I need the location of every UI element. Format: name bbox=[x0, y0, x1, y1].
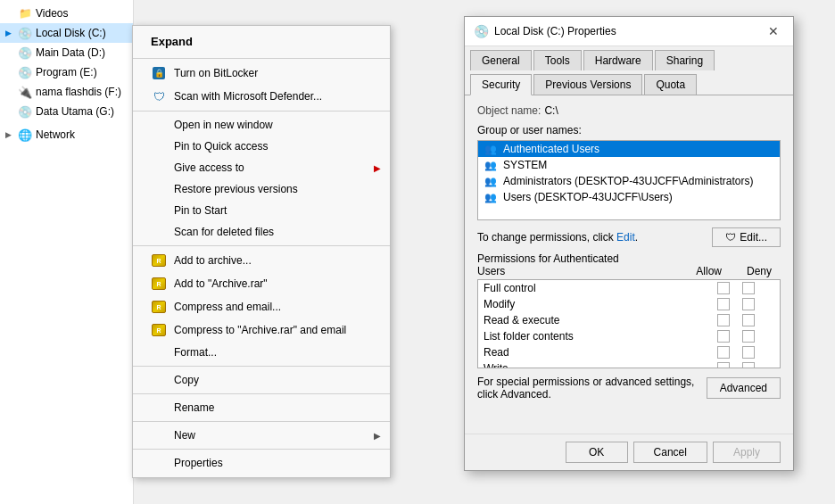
rar-icon-3: R bbox=[151, 300, 167, 314]
user-icon: 👥 bbox=[484, 191, 498, 203]
bitlocker-icon: 🔒 bbox=[151, 66, 167, 80]
menu-item-rename[interactable]: Rename bbox=[133, 397, 390, 418]
defender-icon: 🛡 bbox=[151, 89, 167, 103]
menu-item-add-archive-rar[interactable]: R Add to "Archive.rar" bbox=[133, 272, 390, 295]
drive-icon: 💿 bbox=[18, 104, 32, 119]
tab-sharing[interactable]: Sharing bbox=[655, 50, 715, 70]
allow-check bbox=[717, 314, 730, 326]
network-icon: 🌐 bbox=[18, 128, 32, 142]
menu-item-restore-prev[interactable]: Restore previous versions bbox=[133, 178, 390, 200]
user-item-label: SYSTEM bbox=[503, 159, 547, 171]
edit-link[interactable]: Edit bbox=[616, 231, 635, 244]
menu-item-label: Rename bbox=[174, 401, 214, 414]
menu-item-copy[interactable]: Copy bbox=[133, 369, 390, 391]
deny-check bbox=[742, 298, 755, 310]
sidebar-item-label: Network bbox=[36, 128, 75, 141]
dialog-titlebar: 💿 Local Disk (C:) Properties ✕ bbox=[465, 17, 793, 46]
drive-icon: 💿 bbox=[18, 65, 32, 79]
menu-item-bitlocker[interactable]: 🔒 Turn on BitLocker bbox=[133, 62, 390, 85]
sidebar-item-network[interactable]: ▶ 🌐 Network bbox=[0, 125, 133, 145]
sidebar-item-label: Local Disk (C:) bbox=[36, 27, 106, 39]
menu-item-label: New bbox=[174, 429, 195, 442]
ok-button[interactable]: OK bbox=[566, 442, 628, 463]
group-label: Group or user names: bbox=[477, 124, 781, 136]
allow-check bbox=[717, 346, 730, 359]
menu-item-compress-rar-email[interactable]: R Compress to "Archive.rar" and email bbox=[133, 318, 390, 342]
menu-item-format[interactable]: Format... bbox=[133, 342, 390, 363]
menu-item-properties[interactable]: Properties bbox=[133, 452, 390, 474]
deny-check bbox=[742, 314, 755, 326]
menu-item-label: Format... bbox=[174, 346, 217, 359]
menu-item-open-new-window[interactable]: Open in new window bbox=[133, 114, 390, 136]
tab-tools[interactable]: Tools bbox=[533, 50, 582, 70]
tab-hardware[interactable]: Hardware bbox=[583, 50, 653, 70]
allow-check bbox=[717, 298, 730, 310]
user-item-label: Users (DESKTOP-43UJCFF\Users) bbox=[503, 191, 673, 203]
tab-previous-versions[interactable]: Previous Versions bbox=[533, 74, 642, 95]
dialog-close-button[interactable]: ✕ bbox=[763, 22, 784, 40]
tab-security[interactable]: Security bbox=[470, 74, 532, 95]
separator-3 bbox=[133, 245, 390, 246]
object-name-row: Object name: C:\ bbox=[477, 104, 781, 117]
allow-check bbox=[717, 282, 730, 294]
sidebar-item-data-utama-g[interactable]: 💿 Data Utama (G:) bbox=[0, 102, 133, 121]
perm-row-modify: Modify bbox=[478, 296, 780, 312]
change-perm-text: To change permissions, click Edit. bbox=[477, 231, 638, 244]
sidebar-item-flashdis-f[interactable]: 🔌 nama flashdis (F:) bbox=[0, 82, 133, 102]
menu-item-compress-email[interactable]: R Compress and email... bbox=[133, 295, 390, 318]
submenu-arrow-black-icon: ▶ bbox=[374, 431, 381, 441]
sidebar-item-main-data-d[interactable]: 💿 Main Data (D:) bbox=[0, 43, 133, 62]
menu-item-add-archive[interactable]: R Add to archive... bbox=[133, 249, 390, 272]
menu-item-label: Compress to "Archive.rar" and email bbox=[174, 324, 346, 336]
menu-item-pin-quick-access[interactable]: Pin to Quick access bbox=[133, 136, 390, 157]
shield-icon: 🛡 bbox=[725, 231, 736, 244]
menu-item-label: Add to "Archive.rar" bbox=[174, 277, 268, 290]
menu-item-give-access[interactable]: Give access to ▶ bbox=[133, 157, 390, 178]
permissions-listbox[interactable]: Full control Modify Read & execute bbox=[477, 279, 781, 368]
chevron-c: ▶ bbox=[5, 29, 18, 37]
users-listbox[interactable]: 👥 Authenticated Users 👥 SYSTEM 👥 Adminis… bbox=[477, 140, 781, 220]
rar-icon: R bbox=[151, 253, 167, 268]
menu-item-pin-start[interactable]: Pin to Start bbox=[133, 200, 390, 221]
user-item-auth-users[interactable]: 👥 Authenticated Users bbox=[478, 141, 780, 157]
context-menu-header: Expand bbox=[133, 29, 390, 55]
apply-button[interactable]: Apply bbox=[713, 442, 781, 463]
menu-item-label: Compress and email... bbox=[174, 301, 281, 313]
edit-button[interactable]: 🛡 Edit... bbox=[712, 227, 781, 247]
separator-4 bbox=[133, 366, 390, 367]
perm-checks bbox=[703, 362, 774, 368]
menu-item-label: Pin to Start bbox=[174, 204, 227, 217]
separator-7 bbox=[133, 449, 390, 450]
menu-item-scan-deleted[interactable]: Scan for deleted files bbox=[133, 221, 390, 243]
advanced-button[interactable]: Advanced bbox=[707, 377, 781, 399]
perm-checks bbox=[703, 282, 774, 294]
sidebar-item-program-e[interactable]: 💿 Program (E:) bbox=[0, 62, 133, 82]
separator-1 bbox=[133, 58, 390, 59]
separator-2 bbox=[133, 111, 390, 112]
user-item-system[interactable]: 👥 SYSTEM bbox=[478, 157, 780, 173]
deny-header: Deny bbox=[747, 265, 772, 277]
menu-item-defender[interactable]: 🛡 Scan with Microsoft Defender... bbox=[133, 85, 390, 108]
folder-icon: 📁 bbox=[18, 6, 32, 21]
deny-check bbox=[742, 282, 755, 294]
chevron-network: ▶ bbox=[5, 130, 18, 139]
sidebar-item-videos[interactable]: 📁 Videos bbox=[0, 4, 133, 23]
perm-row-read-execute: Read & execute bbox=[478, 312, 780, 328]
tab-quota[interactable]: Quota bbox=[644, 74, 697, 95]
tab-general[interactable]: General bbox=[470, 50, 532, 70]
perm-name: List folder contents bbox=[484, 330, 703, 343]
allow-header: Allow bbox=[696, 265, 722, 277]
user-item-users[interactable]: 👥 Users (DESKTOP-43UJCFF\Users) bbox=[478, 189, 780, 205]
context-menu: Expand 🔒 Turn on BitLocker 🛡 Scan with M… bbox=[132, 25, 391, 478]
sidebar-item-label: nama flashdis (F:) bbox=[36, 86, 121, 98]
perm-name: Read bbox=[484, 346, 703, 359]
sidebar-item-local-disk-c[interactable]: ▶ 💿 Local Disk (C:) bbox=[0, 23, 133, 43]
menu-item-new[interactable]: New ▶ bbox=[133, 425, 390, 446]
user-item-admins[interactable]: 👥 Administrators (DESKTOP-43UJCFF\Admini… bbox=[478, 173, 780, 189]
cancel-button[interactable]: Cancel bbox=[633, 442, 707, 463]
menu-item-label: Turn on BitLocker bbox=[174, 67, 258, 79]
perm-name: Write bbox=[484, 362, 703, 368]
perm-checks bbox=[703, 330, 774, 343]
perm-row-read: Read bbox=[478, 344, 780, 360]
properties-dialog: 💿 Local Disk (C:) Properties ✕ General T… bbox=[464, 16, 794, 471]
